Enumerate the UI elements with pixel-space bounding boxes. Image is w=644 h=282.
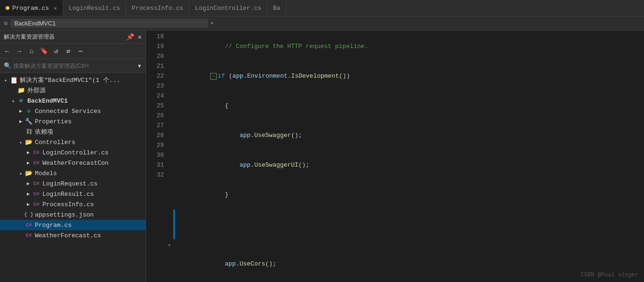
tree-item-label: 依赖项 bbox=[35, 128, 53, 136]
sidebar: 解决方案资源管理器 📌 ✕ ← → ⌂ 🔖 ↺ ⇄ ⋯ 🔍 ▾ ▴ 📋 bbox=[0, 31, 146, 282]
tree-item-loginrequest[interactable]: ▶ C# LoginRequest.cs bbox=[0, 178, 146, 189]
tab-label: Ba bbox=[273, 5, 281, 12]
close-sidebar-icon[interactable]: ✕ bbox=[138, 33, 142, 41]
tree-item-appsettings[interactable]: { } appsettings.json bbox=[0, 209, 146, 220]
tree-item-label: Connected Services bbox=[35, 108, 101, 115]
arrow-icon: ▴ bbox=[9, 97, 17, 105]
csharp-icon: C# bbox=[32, 159, 41, 167]
folder-icon: 📂 bbox=[24, 169, 33, 177]
arrow-icon bbox=[17, 221, 24, 229]
arrow-icon bbox=[17, 128, 24, 136]
tree-item-connected-services[interactable]: ▶ ⊙ Connected Services bbox=[0, 106, 146, 116]
tree-item-label: 解决方案"BackEndMVC1"(1 个... bbox=[20, 76, 120, 84]
line-numbers: 18 19 20 21 22 23 24 25 26 27 28 29 30 3… bbox=[146, 31, 169, 282]
sidebar-header-icons: 📌 ✕ bbox=[126, 33, 142, 41]
arrow-icon: ▴ bbox=[17, 169, 24, 177]
tree-item-label: Models bbox=[35, 170, 57, 177]
csharp-icon: C# bbox=[32, 179, 41, 188]
tree-item-program-cs[interactable]: C# Program.cs bbox=[0, 220, 146, 230]
json-icon: { } bbox=[24, 210, 33, 219]
tree-item-loginresult[interactable]: ▶ C# LoginResult.cs bbox=[0, 189, 146, 199]
tree-item-solution[interactable]: ▴ 📋 解决方案"BackEndMVC1"(1 个... bbox=[0, 75, 146, 85]
code-line-23: } bbox=[173, 180, 644, 209]
tree-item-properties[interactable]: ▶ 🔧 Properties bbox=[0, 116, 146, 127]
tab-loginresult-cs[interactable]: LoginResult.cs bbox=[63, 0, 126, 16]
csharp-icon: C# bbox=[32, 190, 41, 198]
sidebar-toolbar: ← → ⌂ 🔖 ↺ ⇄ ⋯ bbox=[0, 44, 146, 59]
code-line-22: app.UseSwaggerUI(); bbox=[173, 150, 644, 180]
tree-item-logincontroller[interactable]: ▶ C# LoginController.cs bbox=[0, 147, 146, 158]
toolbar-home-btn[interactable]: ⌂ bbox=[26, 46, 37, 56]
project-icon: ⊕ bbox=[17, 97, 25, 105]
code-line-26: app.UseHttpsRedirection(); bbox=[173, 279, 644, 282]
external-icon: 📁 bbox=[17, 86, 25, 95]
tab-overflow[interactable]: Ba bbox=[268, 0, 287, 16]
toolbar-bookmark-btn[interactable]: 🔖 bbox=[39, 46, 49, 56]
tree-item-weatherforecastcon[interactable]: ▶ C# WeatherForecastCon bbox=[0, 158, 146, 168]
line-indicator-25: ▶ bbox=[169, 240, 171, 250]
csharp-icon: C# bbox=[32, 200, 41, 209]
tree-item-processinfo[interactable]: ▶ C# ProcessInfo.cs bbox=[0, 199, 146, 209]
connected-services-icon: ⊙ bbox=[24, 107, 33, 115]
tree-item-weatherforecast[interactable]: C# WeatherForecast.cs bbox=[0, 230, 146, 241]
tree-item-deps[interactable]: ⛓ 依赖项 bbox=[0, 127, 146, 137]
tree-item-label: LoginController.cs bbox=[42, 149, 108, 156]
tree-item-label: LoginResult.cs bbox=[42, 191, 94, 198]
arrow-icon: ▶ bbox=[24, 190, 32, 198]
csharp-icon: C# bbox=[32, 148, 41, 157]
properties-icon: 🔧 bbox=[24, 117, 33, 126]
tree-item-label: BackEndMVC1 bbox=[27, 97, 68, 105]
folder-icon: 📂 bbox=[24, 138, 33, 146]
address-input[interactable] bbox=[10, 19, 208, 28]
fold-icon-19[interactable]: − bbox=[210, 73, 217, 80]
code-editor[interactable]: 18 19 20 21 22 23 24 25 26 27 28 29 30 3… bbox=[146, 31, 644, 282]
tree-item-models[interactable]: ▴ 📂 Models bbox=[0, 168, 146, 178]
pin-icon[interactable]: 📌 bbox=[126, 33, 134, 41]
tree-item-label: 外部源 bbox=[27, 86, 46, 95]
toolbar-more-btn[interactable]: ⋯ bbox=[75, 46, 86, 56]
search-chevron-icon[interactable]: ▾ bbox=[137, 61, 142, 71]
solution-icon: 📋 bbox=[9, 76, 18, 84]
watermark: CSDN @Pual singer bbox=[581, 272, 638, 278]
tree-item-controllers[interactable]: ▴ 📂 Controllers bbox=[0, 137, 146, 147]
arrow-icon: ▶ bbox=[24, 149, 32, 156]
code-line-18: // Configure the HTTP request pipeline. bbox=[173, 32, 644, 61]
arrow-icon: ▶ bbox=[17, 107, 24, 115]
arrow-icon: ▶ bbox=[24, 180, 32, 187]
tab-bar: Program.cs ✕ LoginResult.cs ProcessInfo.… bbox=[0, 0, 644, 16]
arrow-icon bbox=[17, 211, 24, 218]
arrow-icon: ▶ bbox=[17, 118, 24, 125]
search-input[interactable] bbox=[13, 63, 135, 69]
sidebar-title: 解决方案资源管理器 bbox=[4, 33, 55, 41]
tab-logincontroller-cs[interactable]: LoginController.cs bbox=[189, 0, 267, 16]
tree-item-project[interactable]: ▴ ⊕ BackEndMVC1 bbox=[0, 96, 146, 106]
tab-program-cs[interactable]: Program.cs ✕ bbox=[0, 0, 63, 16]
address-chevron[interactable]: ▾ bbox=[210, 20, 213, 27]
csharp-icon: C# bbox=[24, 231, 33, 240]
arrow-icon bbox=[17, 232, 24, 239]
code-line-25: ▶ app.UseCors(); bbox=[173, 239, 644, 279]
address-bar: ⊙ ▾ bbox=[0, 16, 644, 31]
code-line-19: −if (app.Environment.IsDevelopment()) bbox=[173, 61, 644, 91]
toolbar-refresh-btn[interactable]: ↺ bbox=[51, 46, 61, 56]
toolbar-back-btn[interactable]: ← bbox=[2, 46, 12, 56]
code-line-21: app.UseSwagger(); bbox=[173, 121, 644, 150]
code-lines[interactable]: // Configure the HTTP request pipeline. … bbox=[169, 31, 644, 282]
csharp-icon: C# bbox=[24, 221, 33, 229]
toolbar-sync-btn[interactable]: ⇄ bbox=[63, 46, 73, 56]
deps-icon: ⛓ bbox=[24, 128, 33, 136]
tab-label: ProcessInfo.cs bbox=[132, 5, 183, 12]
search-icon: 🔍 bbox=[4, 62, 11, 70]
toolbar-forward-btn[interactable]: → bbox=[14, 46, 24, 56]
tab-dot bbox=[6, 6, 9, 10]
arrow-icon: ▶ bbox=[24, 159, 32, 167]
tree-item-external[interactable]: 📁 外部源 bbox=[0, 85, 146, 96]
tree-item-label: LoginRequest.cs bbox=[42, 180, 98, 187]
code-line-24 bbox=[173, 209, 644, 239]
tab-processinfo-cs[interactable]: ProcessInfo.cs bbox=[126, 0, 189, 16]
arrow-icon: ▶ bbox=[24, 201, 32, 208]
tab-close-program-cs[interactable]: ✕ bbox=[54, 5, 57, 11]
tab-label: Program.cs bbox=[12, 5, 49, 12]
arrow-icon: ▴ bbox=[17, 138, 24, 146]
code-content: 18 19 20 21 22 23 24 25 26 27 28 29 30 3… bbox=[146, 31, 644, 282]
